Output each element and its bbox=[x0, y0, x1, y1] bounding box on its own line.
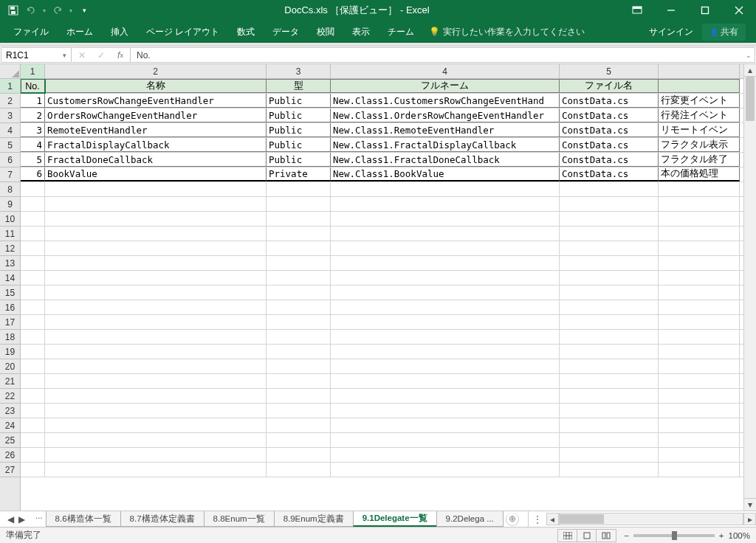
empty-cell[interactable] bbox=[331, 374, 560, 388]
row-header[interactable]: 14 bbox=[0, 271, 20, 286]
hscroll-thumb[interactable] bbox=[560, 514, 604, 524]
col-header-6[interactable] bbox=[659, 64, 740, 78]
empty-cell[interactable] bbox=[331, 286, 560, 300]
empty-cell[interactable] bbox=[267, 389, 331, 403]
col-header-5[interactable]: 5 bbox=[560, 64, 659, 78]
empty-cell[interactable] bbox=[21, 197, 45, 211]
row-header[interactable]: 13 bbox=[0, 256, 20, 271]
empty-cell[interactable] bbox=[659, 315, 740, 329]
cell-full[interactable]: New.Class1.FractalDisplayCallback bbox=[331, 138, 560, 152]
empty-cell[interactable] bbox=[45, 418, 267, 432]
empty-cell[interactable] bbox=[21, 359, 45, 373]
cell-type[interactable]: Public bbox=[267, 138, 331, 152]
empty-cell[interactable] bbox=[45, 286, 267, 300]
col-header-2[interactable]: 2 bbox=[45, 64, 267, 78]
cell-name[interactable]: FractalDisplayCallback bbox=[45, 138, 267, 152]
row-header[interactable]: 21 bbox=[0, 374, 20, 389]
hscroll-track[interactable] bbox=[559, 513, 743, 525]
row-header[interactable]: 2 bbox=[0, 94, 20, 108]
tab-data[interactable]: データ bbox=[264, 21, 308, 43]
empty-cell[interactable] bbox=[267, 300, 331, 314]
sheet-tab[interactable]: 8.7構造体定義書 bbox=[120, 511, 205, 527]
empty-cell[interactable] bbox=[45, 330, 267, 344]
hscroll-split-icon[interactable]: ⋮ bbox=[529, 514, 546, 525]
empty-cell[interactable] bbox=[45, 448, 267, 462]
empty-cell[interactable] bbox=[45, 374, 267, 388]
empty-cell[interactable] bbox=[560, 212, 659, 226]
empty-cell[interactable] bbox=[45, 345, 267, 359]
empty-cell[interactable] bbox=[21, 256, 45, 270]
empty-cell[interactable] bbox=[21, 241, 45, 255]
cell-type[interactable]: Public bbox=[267, 94, 331, 108]
empty-cell[interactable] bbox=[560, 271, 659, 285]
empty-cell[interactable] bbox=[45, 241, 267, 255]
empty-cell[interactable] bbox=[560, 374, 659, 388]
empty-cell[interactable] bbox=[45, 315, 267, 329]
tab-review[interactable]: 校閲 bbox=[308, 21, 343, 43]
empty-cell[interactable] bbox=[659, 433, 740, 447]
empty-cell[interactable] bbox=[21, 226, 45, 241]
sheet-tab[interactable]: 8.8Enum一覧 bbox=[204, 511, 275, 527]
tab-home[interactable]: ホーム bbox=[58, 21, 102, 43]
empty-cell[interactable] bbox=[45, 197, 267, 211]
cell-type[interactable]: Public bbox=[267, 123, 331, 137]
empty-cell[interactable] bbox=[331, 226, 560, 241]
undo-icon[interactable] bbox=[25, 4, 37, 16]
share-button[interactable]: 👤 共有 bbox=[702, 24, 746, 41]
empty-cell[interactable] bbox=[659, 286, 740, 300]
empty-cell[interactable] bbox=[21, 463, 45, 477]
row-header[interactable]: 25 bbox=[0, 433, 20, 448]
cell-file[interactable]: ConstData.cs bbox=[560, 94, 659, 108]
empty-cell[interactable] bbox=[267, 182, 331, 196]
tell-me-search[interactable]: 💡 実行したい作業を入力してください bbox=[429, 26, 585, 38]
empty-cell[interactable] bbox=[45, 404, 267, 418]
row-header[interactable]: 1 bbox=[0, 79, 20, 94]
empty-cell[interactable] bbox=[267, 374, 331, 388]
insert-function-button[interactable]: fx bbox=[111, 50, 130, 60]
row-header[interactable]: 22 bbox=[0, 389, 20, 404]
empty-cell[interactable] bbox=[45, 433, 267, 447]
zoom-slider[interactable] bbox=[633, 534, 715, 537]
row-header[interactable]: 19 bbox=[0, 345, 20, 359]
tab-file[interactable]: ファイル bbox=[4, 21, 58, 43]
cell-full[interactable]: New.Class1.FractalDoneCallback bbox=[331, 153, 560, 167]
empty-cell[interactable] bbox=[560, 463, 659, 477]
empty-cell[interactable] bbox=[331, 418, 560, 432]
empty-cell[interactable] bbox=[560, 315, 659, 329]
row-header[interactable]: 10 bbox=[0, 212, 20, 226]
empty-cell[interactable] bbox=[21, 300, 45, 314]
empty-cell[interactable] bbox=[560, 330, 659, 344]
empty-cell[interactable] bbox=[560, 286, 659, 300]
cell-name[interactable]: FractalDoneCallback bbox=[45, 153, 267, 167]
row-header[interactable]: 23 bbox=[0, 404, 20, 418]
empty-cell[interactable] bbox=[331, 300, 560, 314]
empty-cell[interactable] bbox=[267, 315, 331, 329]
row-header[interactable]: 3 bbox=[0, 108, 20, 123]
empty-cell[interactable] bbox=[659, 418, 740, 432]
empty-cell[interactable] bbox=[560, 389, 659, 403]
empty-cell[interactable] bbox=[331, 197, 560, 211]
empty-cell[interactable] bbox=[331, 463, 560, 477]
empty-cell[interactable] bbox=[21, 404, 45, 418]
empty-cell[interactable] bbox=[267, 226, 331, 241]
row-header[interactable]: 26 bbox=[0, 448, 20, 463]
sheet-tab[interactable]: 9.1Delegate一覧 bbox=[353, 511, 437, 527]
empty-cell[interactable] bbox=[659, 241, 740, 255]
zoom-knob[interactable] bbox=[672, 531, 677, 540]
empty-cell[interactable] bbox=[45, 256, 267, 270]
row-header[interactable]: 7 bbox=[0, 167, 20, 182]
formula-expand-icon[interactable]: ⌄ bbox=[746, 52, 752, 59]
empty-cell[interactable] bbox=[331, 404, 560, 418]
empty-cell[interactable] bbox=[659, 330, 740, 344]
empty-cell[interactable] bbox=[560, 404, 659, 418]
signin-link[interactable]: サインイン bbox=[649, 26, 693, 38]
row-header[interactable]: 11 bbox=[0, 226, 20, 241]
cell-name[interactable]: OrdersRowChangeEventHandler bbox=[45, 108, 267, 122]
empty-cell[interactable] bbox=[331, 330, 560, 344]
empty-cell[interactable] bbox=[659, 374, 740, 388]
empty-cell[interactable] bbox=[331, 182, 560, 196]
cell-desc[interactable]: フラクタル終了 bbox=[659, 153, 740, 167]
cell-desc[interactable]: フラクタル表示 bbox=[659, 138, 740, 152]
cell-full[interactable]: New.Class1.BookValue bbox=[331, 167, 560, 181]
empty-cell[interactable] bbox=[331, 389, 560, 403]
